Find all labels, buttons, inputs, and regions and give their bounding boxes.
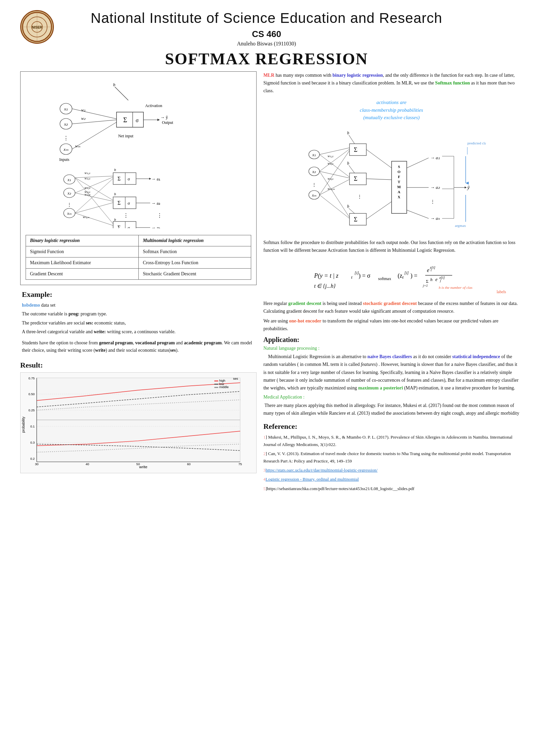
table-row: Gradient Descent Stochastic Gradient Des…	[26, 269, 251, 280]
svg-text:Σ: Σ	[426, 279, 429, 284]
formula-box: P(y = t | z [i] t ) = σ softmax (z [i] t…	[263, 259, 520, 295]
svg-text:NISER: NISER	[32, 26, 42, 29]
svg-text:b: b	[347, 161, 349, 166]
ref-text-2: ] Can, V. V. (2013). Estimation of trave…	[263, 451, 511, 463]
svg-text:0.75: 0.75	[29, 376, 35, 380]
reference-4: 4Logistic regression - Binary, ordinal a…	[263, 476, 520, 483]
reference-5: 5]https://sebastianraschka.com/pdf/lectu…	[263, 485, 520, 492]
svg-text:h: h	[430, 277, 433, 282]
svg-text:0.1: 0.1	[30, 425, 35, 428]
h-label: labels	[263, 289, 520, 295]
svg-text:0.2: 0.2	[30, 457, 35, 461]
svg-rect-116	[349, 144, 366, 156]
svg-text:Σ: Σ	[354, 175, 357, 182]
svg-line-136	[366, 179, 392, 180]
svg-line-130	[349, 208, 355, 213]
line3-prefix: A three-level categorical variable and	[22, 329, 94, 334]
stat-indep-text: statistical independence	[452, 354, 500, 359]
example-dataset: hsbdemo data set	[22, 302, 257, 309]
svg-text:xₘ: xₘ	[67, 211, 72, 216]
svg-text:Inputs: Inputs	[59, 157, 69, 162]
col-header-multinomial: Multinomial logistic regression	[139, 235, 251, 246]
svg-text:⋮: ⋮	[312, 182, 317, 187]
reference-heading: Reference:	[263, 422, 520, 431]
col-header-binary: Binary logistic regression	[26, 235, 139, 246]
nn-diagram-left: b x₁ x₂ ⋮ xₘ w₁ w₂ wₘ	[26, 77, 251, 232]
svg-text:→ aₕ: → aₕ	[151, 225, 160, 228]
student-info: Anuleho Biswas (1911030)	[20, 41, 513, 47]
softmax-description: Softmax follow the procedure to distribu…	[263, 239, 520, 254]
reference-section: Reference: 1] Mukesi, M., Phillipus, I. …	[263, 422, 520, 492]
svg-text:30: 30	[35, 462, 39, 466]
svg-text:t: t	[402, 275, 404, 280]
svg-text:e: e	[435, 277, 437, 282]
svg-line-45	[75, 176, 113, 178]
svg-line-72	[75, 178, 113, 224]
svg-text:60: 60	[187, 462, 191, 466]
svg-text:e: e	[427, 267, 429, 273]
ref-link-3[interactable]: https://stats.oarc.ucla.edu/r/dae/multin…	[266, 468, 378, 473]
page-title: SOFTMAX REGRESSION	[20, 49, 513, 68]
svg-text:t: t	[431, 268, 432, 272]
example-para2: Students have the option to choose from …	[22, 339, 257, 354]
svg-text:Σ: Σ	[118, 176, 121, 181]
svg-text:b: b	[347, 131, 349, 135]
result-heading: Result:	[20, 361, 257, 370]
prog-label: prog:	[68, 311, 79, 316]
line2-suffix: economic status,	[93, 320, 126, 325]
cell-gradient: Gradient Descent	[26, 269, 139, 280]
ref-link-4[interactable]: Logistic regression - Binary, ordinal an…	[266, 477, 359, 482]
svg-line-119	[320, 149, 349, 171]
svg-text:x₂: x₂	[64, 122, 68, 127]
dataset-suffix: data set	[40, 303, 56, 308]
svg-line-20	[72, 122, 116, 149]
svg-text:[i]: [i]	[404, 271, 409, 275]
svg-text:) = σ: ) = σ	[359, 272, 370, 279]
svg-line-58	[75, 178, 113, 200]
svg-text:0.3: 0.3	[30, 441, 35, 445]
institution-logo: NISER	[20, 10, 54, 44]
svg-text:σ: σ	[128, 201, 130, 206]
activation-label: activations areclass-membership probabil…	[263, 99, 520, 122]
reference-1: 1] Mukesi, M., Phillipus, I. N., Moyo, S…	[263, 434, 520, 448]
svg-text:h is the number of class: h is the number of class	[439, 285, 472, 289]
example-line2: The predictor variables are social ses: …	[22, 319, 257, 327]
svg-text:b: b	[114, 192, 116, 196]
svg-text:σ: σ	[128, 176, 130, 181]
svg-text:40: 40	[86, 462, 89, 466]
svg-text:→ a₁: → a₁	[151, 176, 160, 181]
ref-text-1: ] Mukesi, M., Phillipus, I. N., Moyo, S.…	[263, 435, 512, 447]
svg-text:0.50: 0.50	[29, 392, 35, 396]
svg-line-19	[72, 120, 116, 124]
svg-line-122	[349, 165, 355, 173]
svg-line-7	[115, 87, 128, 100]
svg-text:Σ: Σ	[354, 216, 357, 223]
cell-crossentropy: Cross-Entropy Loss Function	[139, 257, 251, 269]
svg-text:b: b	[114, 217, 116, 221]
svg-text:→ aₕ: → aₕ	[430, 216, 440, 221]
svg-text:t ∈ {j...h}: t ∈ {j...h}	[314, 283, 336, 289]
svg-line-115	[349, 135, 355, 144]
svg-text:argmax: argmax	[455, 224, 466, 228]
course-code: CS 460	[20, 29, 513, 39]
svg-text:→ a₁: → a₁	[430, 155, 440, 160]
binary-lr-text: binary logistic regression	[333, 73, 383, 78]
svg-line-59	[75, 193, 113, 201]
svg-text:⋮: ⋮	[123, 213, 129, 218]
map-text: maximum a posteriori	[358, 385, 403, 390]
svg-text:⋮: ⋮	[157, 213, 162, 218]
svg-text:75: 75	[238, 462, 242, 466]
svg-text:Σ: Σ	[354, 146, 357, 153]
svg-text:predicted class label: predicted class label	[467, 141, 486, 145]
svg-text:S: S	[398, 165, 400, 169]
svg-text:Σ: Σ	[123, 116, 127, 124]
svg-text:50: 50	[136, 462, 140, 466]
svg-text:j=1: j=1	[422, 284, 428, 287]
left-column: b x₁ x₂ ⋮ xₘ w₁ w₂ wₘ	[20, 71, 257, 494]
table-row: Maximum Likelihood Estimator Cross-Entro…	[26, 257, 251, 269]
svg-line-73	[75, 213, 113, 226]
svg-text:ses: ses	[233, 377, 238, 381]
nlp-heading: Natural language processing :	[263, 346, 520, 351]
svg-text:A: A	[398, 190, 400, 194]
medical-heading: Medical Application :	[263, 394, 520, 400]
